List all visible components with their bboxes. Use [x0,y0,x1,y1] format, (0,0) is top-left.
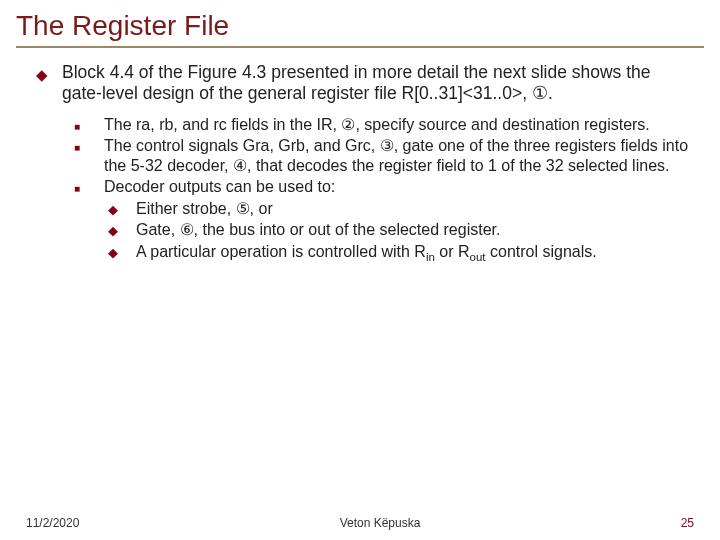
diamond-bullet-icon: ◆ [36,62,62,105]
slide-title: The Register File [0,0,720,46]
text-run: A particular operation is controlled wit… [136,243,426,260]
subscript: in [426,251,435,263]
list-item: ■ The ra, rb, and rc fields in the IR, ②… [74,115,692,135]
sub-sub-bullet-text: Gate, ⑥, the bus into or out of the sele… [136,220,692,240]
footer-date: 11/2/2020 [26,516,79,530]
sub-sub-bullet-rinrout: A particular operation is controlled wit… [136,242,692,264]
main-bullet-text: Block 4.4 of the Figure 4.3 presented in… [62,62,692,105]
list-item: ■ The control signals Gra, Grb, and Grc,… [74,136,692,175]
list-item: ◆ A particular operation is controlled w… [108,242,692,264]
square-bullet-icon: ■ [74,115,104,135]
slide-footer: 11/2/2020 Veton Këpuska 25 [0,516,720,530]
square-bullet-icon: ■ [74,136,104,175]
title-underline [16,46,704,48]
slide-content: ◆ Block 4.4 of the Figure 4.3 presented … [0,62,720,264]
diamond-bullet-icon: ◆ [108,199,136,219]
list-item: ◆ Gate, ⑥, the bus into or out of the se… [108,220,692,240]
diamond-bullet-icon: ◆ [108,242,136,264]
sub-bullet-text: The control signals Gra, Grb, and Grc, ③… [104,136,692,175]
sub-bullet-text: The ra, rb, and rc fields in the IR, ②, … [104,115,692,135]
list-item: ■ Decoder outputs can be used to: [74,177,692,197]
square-bullet-icon: ■ [74,177,104,197]
footer-page-number: 25 [681,516,694,530]
sub-sub-bullet-text: Either strobe, ⑤, or [136,199,692,219]
footer-author: Veton Këpuska [340,516,421,530]
text-run: or R [435,243,470,260]
list-item: ◆ Block 4.4 of the Figure 4.3 presented … [36,62,692,105]
list-item: ◆ Either strobe, ⑤, or [108,199,692,219]
subscript: out [470,251,486,263]
diamond-bullet-icon: ◆ [108,220,136,240]
text-run: control signals. [486,243,597,260]
sub-list: ■ The ra, rb, and rc fields in the IR, ②… [36,115,692,264]
sub-bullet-text: Decoder outputs can be used to: [104,177,692,197]
sub-sub-list: ◆ Either strobe, ⑤, or ◆ Gate, ⑥, the bu… [74,199,692,264]
